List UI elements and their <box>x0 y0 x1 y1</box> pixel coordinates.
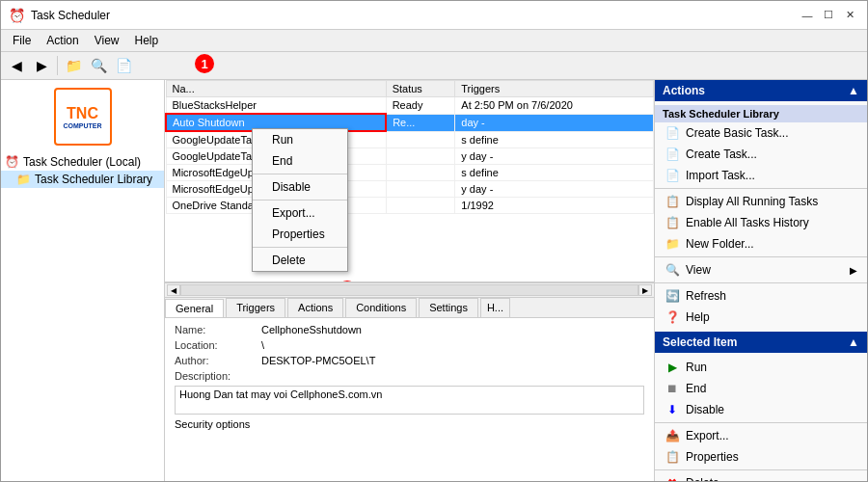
delete-icon: ✖ <box>665 475 680 481</box>
search-button[interactable]: 🔍 <box>87 54 110 77</box>
menu-action[interactable]: Action <box>39 32 86 49</box>
table-row[interactable]: MicrosoftEdgeUpdateTa... s define <box>166 165 654 181</box>
selected-export-label: Export... <box>686 429 729 442</box>
action-new-folder-label: New Folder... <box>686 237 754 251</box>
ctx-run[interactable]: Run <box>253 129 347 150</box>
action-display-running-label: Display All Running Tasks <box>686 195 818 208</box>
view-icon: 🔍 <box>665 262 680 278</box>
table-row[interactable]: MicrosoftEdgeUpdateTa... y day - <box>166 181 654 198</box>
actions-section: Task Scheduler Library 📄 Create Basic Ta… <box>655 101 867 332</box>
display-running-icon: 📋 <box>665 194 680 209</box>
selected-action-delete[interactable]: ✖ Delete <box>655 472 867 481</box>
maximize-button[interactable]: ☐ <box>819 6 838 25</box>
action-enable-history-label: Enable All Tasks History <box>686 216 809 229</box>
selected-delete-label: Delete <box>686 476 719 481</box>
tree-item-label: Task Scheduler (Local) <box>23 155 141 169</box>
actions-collapse-icon[interactable]: ▲ <box>848 84 859 97</box>
menu-help[interactable]: Help <box>127 32 167 49</box>
help-toolbar-button[interactable]: 📄 <box>112 54 135 77</box>
tab-conditions[interactable]: Conditions <box>345 298 417 317</box>
tab-settings[interactable]: Settings <box>419 298 478 317</box>
horizontal-scrollbar[interactable] <box>180 284 638 296</box>
task-trigger: day - <box>455 114 654 131</box>
new-folder-icon: 📁 <box>665 236 680 252</box>
action-import-task[interactable]: 📄 Import Task... <box>655 165 867 186</box>
menu-file[interactable]: File <box>5 32 39 49</box>
action-enable-history[interactable]: 📋 Enable All Tasks History <box>655 212 867 233</box>
show-hide-button[interactable]: 📁 <box>62 54 85 77</box>
table-row[interactable]: GoogleUpdateTaskMach... s define <box>166 131 654 148</box>
action-help[interactable]: ❓ Help <box>655 307 867 328</box>
tab-general[interactable]: General <box>165 299 224 317</box>
action-view-label: View <box>686 263 844 277</box>
task-status <box>386 165 455 181</box>
annotation-badge-2: 2 <box>338 281 357 282</box>
task-name: BlueStacksHelper <box>166 97 386 115</box>
action-create-basic-task[interactable]: 📄 Create Basic Task... <box>655 122 867 144</box>
selected-collapse-icon[interactable]: ▲ <box>848 335 859 349</box>
ctx-disable[interactable]: Disable <box>253 176 347 198</box>
library-icon: 📁 <box>16 173 31 186</box>
selected-action-disable[interactable]: ⬇ Disable <box>655 399 867 420</box>
forward-button[interactable]: ▶ <box>30 54 53 77</box>
window-icon: ⏰ <box>9 8 25 23</box>
detail-row-author: Author: DESKTOP-PMC5OEL\T <box>175 355 644 366</box>
scroll-left-button[interactable]: ◀ <box>167 284 180 296</box>
action-create-basic-task-label: Create Basic Task... <box>686 126 789 140</box>
disable-icon: ⬇ <box>665 402 680 417</box>
selected-action-run[interactable]: ▶ Run <box>655 357 867 378</box>
refresh-icon: 🔄 <box>665 288 680 304</box>
main-window: ⏰ Task Scheduler — ☐ ✕ File Action View … <box>0 0 868 482</box>
minimize-button[interactable]: — <box>798 6 817 25</box>
window-title: Task Scheduler <box>31 9 110 22</box>
action-import-task-label: Import Task... <box>686 169 755 182</box>
back-button[interactable]: ◀ <box>5 54 28 77</box>
action-new-folder[interactable]: 📁 New Folder... <box>655 233 867 254</box>
ctx-properties[interactable]: Properties <box>253 224 347 245</box>
action-help-label: Help <box>686 310 710 324</box>
ctx-delete[interactable]: Delete <box>253 250 347 271</box>
action-refresh[interactable]: 🔄 Refresh <box>655 285 867 307</box>
ctx-end[interactable]: End <box>253 150 347 172</box>
toolbar: ◀ ▶ 📁 🔍 📄 1 <box>1 52 867 80</box>
tree-item-task-scheduler-library[interactable]: 📁 Task Scheduler Library <box>1 171 164 188</box>
ctx-export[interactable]: Export... <box>253 202 347 224</box>
close-button[interactable]: ✕ <box>840 6 859 25</box>
scroll-right-button[interactable]: ▶ <box>638 284 652 296</box>
description-value: Huong Dan tat may voi CellphoneS.com.vn <box>179 388 382 400</box>
help-icon: ❓ <box>665 309 680 325</box>
description-label: Description: <box>175 370 261 382</box>
tab-actions[interactable]: Actions <box>287 298 343 317</box>
table-row[interactable]: Auto Shutdown Re... day - <box>166 114 654 131</box>
task-trigger: At 2:50 PM on 7/6/2020 <box>455 97 654 115</box>
task-trigger: y day - <box>455 181 654 198</box>
tab-triggers[interactable]: Triggers <box>226 298 285 317</box>
center-pane: Na... Status Triggers BlueStacksHelper R… <box>165 80 655 481</box>
task-status <box>386 148 455 165</box>
title-controls: — ☐ ✕ <box>798 6 859 25</box>
task-scheduler-icon: ⏰ <box>5 155 19 169</box>
title-bar: ⏰ Task Scheduler — ☐ ✕ <box>1 1 867 30</box>
col-header-triggers: Triggers <box>455 81 654 97</box>
task-trigger: y day - <box>455 148 654 165</box>
table-row[interactable]: BlueStacksHelper Ready At 2:50 PM on 7/6… <box>166 97 654 115</box>
selected-run-label: Run <box>686 361 707 374</box>
table-row[interactable]: OneDrive Standalone U... 1/1992 <box>166 198 654 214</box>
menu-view[interactable]: View <box>87 32 127 49</box>
action-view[interactable]: 🔍 View ▶ <box>655 259 867 281</box>
action-create-task[interactable]: 📄 Create Task... <box>655 144 867 165</box>
ctx-separator-2 <box>253 200 347 201</box>
actions-separator-3 <box>655 282 867 283</box>
selected-action-properties[interactable]: 📋 Properties <box>655 446 867 468</box>
tree-item-task-scheduler-local[interactable]: ⏰ Task Scheduler (Local) <box>1 153 164 171</box>
selected-action-export[interactable]: 📤 Export... <box>655 425 867 446</box>
selected-action-end[interactable]: ⏹ End <box>655 378 867 399</box>
actions-title: Actions <box>663 84 705 97</box>
selected-item-title: Selected Item <box>663 335 737 349</box>
selected-disable-label: Disable <box>686 403 724 416</box>
table-row[interactable]: GoogleUpdateTaskMach... y day - <box>166 148 654 165</box>
tab-history[interactable]: H... <box>480 298 510 317</box>
action-display-running[interactable]: 📋 Display All Running Tasks <box>655 191 867 212</box>
task-list-area: Na... Status Triggers BlueStacksHelper R… <box>165 80 654 282</box>
detail-row-location: Location: \ <box>175 339 644 351</box>
